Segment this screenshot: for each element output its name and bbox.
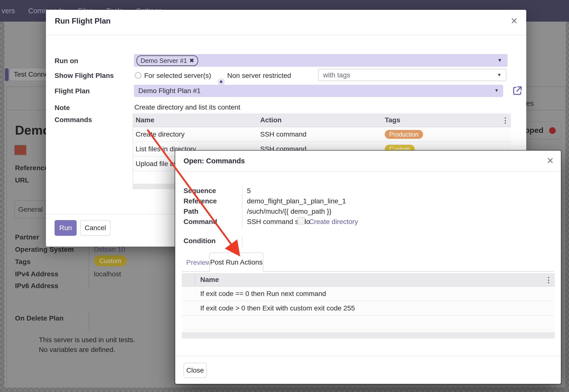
selector-column [182,273,195,286]
column-options-icon[interactable]: ⋮ [502,116,509,125]
col-name: Name [133,116,260,124]
command-label: Command [184,218,217,226]
close-icon[interactable]: × [547,156,554,165]
commands-label: Commands [55,116,92,124]
field-label-ondelete: On Delete Plan [15,314,64,322]
cell-action: SSH command [260,130,385,138]
general-tab-label: General [18,206,43,213]
run-on-field[interactable]: Demo Server #1 ✖ ▼ [134,54,508,67]
server-tag: Demo Server #1 ✖ [136,55,198,66]
show-flight-plans-label: Show Flight Plans [55,72,114,80]
cancel-button-label: Cancel [85,224,106,232]
nav-item-servers: vers [1,7,15,15]
radio-selected-servers-label[interactable]: For selected server(s) [144,72,211,80]
table-row-empty [182,316,555,330]
status-dot [549,127,556,134]
test-connection-label: Test Conne [14,70,49,78]
sequence-value: 5 [247,187,251,195]
radio-selected-servers[interactable] [135,72,141,79]
tags-badge: Custom [94,255,127,266]
server-title: Demo [15,123,50,138]
field-label-ipv6: IPv6 Address [15,282,58,290]
url-label: URL [15,176,29,184]
field-label-ipv4: IPv4 Address [15,270,58,278]
commands-table-header: Name Action Tags ⋮ [133,113,511,127]
tags-filter-select[interactable]: with tags ▼ [318,69,506,81]
close-button-label: Close [186,366,204,374]
sequence-label: Sequence [184,187,216,195]
card-header-text: es [526,99,534,108]
run-button-label: Run [59,224,72,232]
tab-post-run-actions-label: Post Run Actions [210,258,262,266]
cancel-button[interactable]: Cancel [80,220,111,236]
path-label: Path [184,208,199,215]
flight-plan-value: Demo Flight Plan #1 [138,87,201,95]
field-label-partner: Partner [15,233,39,241]
table-header: Name ⋮ [182,273,555,287]
reference-label: Reference [15,164,48,172]
external-link-icon[interactable] [512,85,523,96]
path-value: /such/much/{{ demo_path }} [247,208,331,215]
col-name: Name [195,276,219,284]
run-on-label: Run on [55,57,78,65]
header-divider [46,35,526,35]
commands-modal-title: Open: Commands [184,157,245,165]
table-row[interactable]: If exit code == 0 then Run next command [182,287,555,301]
tab-post-run-actions[interactable]: Post Run Actions [209,252,263,272]
status-label: pped [525,126,543,135]
horizontal-scrollbar[interactable] [182,332,555,338]
color-swatch [14,145,27,155]
ipv4-value: localhost [94,270,121,278]
open-commands-modal: Open: Commands × Sequence Reference Path… [175,151,561,384]
note-label: Note [55,104,70,112]
flight-plan-select[interactable]: Demo Flight Plan #1 ▼ [134,85,503,97]
run-modal-title: Run Flight Plan [55,17,111,26]
general-tab: General [14,200,47,219]
reference-value: demo_flight_plan_1_plan_line_1 [247,197,346,205]
create-directory-link[interactable]: Create directory [309,218,358,226]
col-tags: Tags [385,116,400,124]
cell-name: Create directory [133,130,260,138]
chevron-down-icon: ▼ [497,72,501,78]
tab-preview[interactable]: Preview [186,259,211,266]
column-options-icon[interactable]: ⋮ [545,276,552,284]
flight-plan-label: Flight Plan [55,87,90,95]
chevron-down-icon: ▼ [497,57,502,63]
table-row[interactable]: If exit code > 0 then Exit with custom e… [182,301,555,316]
chevron-down-icon: ▼ [494,88,499,93]
tags-filter-value: with tags [323,71,350,79]
primary-button-fragment [5,68,9,81]
tag-badge: Production [385,130,423,139]
field-label-os: Operating System [15,246,74,253]
field-separator-2 [89,311,89,331]
unit-test-note-1: This server is used in unit tests. [39,336,135,344]
post-run-actions-table: Name ⋮ If exit code == 0 then Run next c… [182,273,555,330]
os-value: Debian 10 [94,246,125,253]
remove-tag-icon[interactable]: ✖ [189,57,194,64]
close-button[interactable]: Close [184,363,207,378]
condition-label: Condition [184,237,216,245]
close-icon[interactable]: × [511,16,517,25]
col-action: Action [260,116,385,124]
run-button[interactable]: Run [55,220,77,236]
field-separator-2 [242,235,242,247]
unit-test-note-2: No variables are defined. [39,346,115,354]
radio-non-restricted[interactable] [218,79,224,85]
footer-divider [175,356,561,356]
cell-name: If exit code == 0 then Run next command [182,290,326,298]
server-tag-label: Demo Server #1 [141,57,187,65]
reference-label: Reference [184,197,217,205]
field-separator [242,185,242,228]
radio-non-restricted-label[interactable]: Non server restricted [227,72,291,80]
field-label-tags: Tags [15,258,30,266]
cell-name: If exit code > 0 then Exit with custom e… [182,304,355,312]
header-divider [175,171,561,172]
table-row[interactable]: Create directory SSH command Production [133,127,511,142]
note-value: Create directory and list its content [134,103,240,111]
sudo-checkbox[interactable] [298,217,305,224]
